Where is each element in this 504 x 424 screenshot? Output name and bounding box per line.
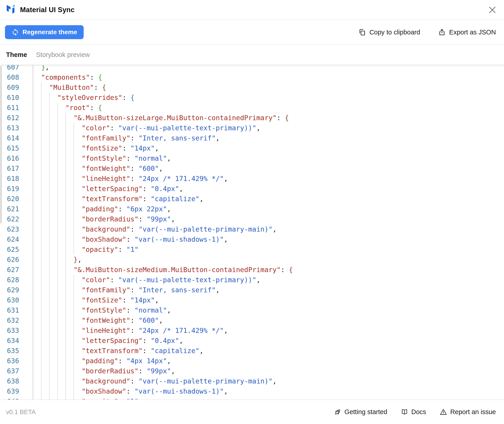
close-icon [488,6,496,14]
code-line-text: "MuiButton": { [33,82,504,93]
code-line: 636"padding": "4px 14px", [0,356,504,366]
indent-guides [33,234,82,244]
code-line-text: "textTransform": "capitalize", [33,194,504,204]
book-icon [401,408,408,416]
tab-theme[interactable]: Theme [6,51,27,58]
line-number: 616 [0,153,33,163]
code-line: 624"boxShadow": "var(--mui-shadows-1)", [0,234,504,244]
code-line-text: "lineHeight": "24px /* 171.429% */", [33,325,504,336]
line-number: 618 [0,174,33,184]
docs-link[interactable]: Docs [401,408,426,416]
code-line-text: "&.MuiButton-sizeMedium.MuiButton-contai… [33,265,504,275]
line-number: 635 [0,346,33,356]
code-line: 610"styleOverrides": { [0,93,504,103]
indent-guides [33,386,82,396]
mui-logo [6,5,16,15]
indent-guides [33,244,82,255]
indent-guides [33,214,82,224]
warning-icon [440,408,447,416]
toolbar: Regenerate theme Copy to clipboard Expor… [0,20,504,45]
indent-guides [33,336,82,346]
plugin-footer: v0.1 BETA Getting started Doc [0,399,504,424]
code-line-text: "opacity": "1" [33,244,504,255]
export-as-json-label: Export as JSON [449,29,496,36]
code-line: 639"boxShadow": "var(--mui-shadows-1)", [0,386,504,396]
code-line-text: "padding": "6px 22px", [33,204,504,214]
line-number: 639 [0,386,33,396]
indent-guides [33,113,74,123]
code-line-text: "fontSize": "14px", [33,295,504,305]
line-number: 633 [0,325,33,336]
code-line: 618"lineHeight": "24px /* 171.429% */", [0,174,504,184]
line-number: 623 [0,224,33,234]
footer-links: Getting started Docs Report an issue [334,408,496,416]
tab-storybook-preview[interactable]: Storybook preview [36,51,90,58]
code-line-text: "letterSpacing": "0.4px", [33,336,504,346]
code-line: 619"letterSpacing": "0.4px", [0,184,504,194]
code-line-text: "borderRadius": "99px", [33,366,504,376]
getting-started-link[interactable]: Getting started [334,408,387,416]
line-number: 617 [0,163,33,174]
version-badge: v0.1 BETA [6,408,36,416]
line-number: 637 [0,366,33,376]
regenerate-theme-button[interactable]: Regenerate theme [5,25,84,39]
indent-guides [33,325,82,336]
code-line: 631"fontStyle": "normal", [0,305,504,315]
indent-guides [33,204,82,214]
code-line-text: "fontFamily": "Inter, sans-serif", [33,133,504,143]
indent-guides [33,285,82,295]
indent-guides [33,93,57,103]
export-as-json-button[interactable]: Export as JSON [438,28,496,36]
code-line: 637"borderRadius": "99px", [0,366,504,376]
line-number: 630 [0,295,33,305]
indent-guides [33,376,82,386]
export-icon [438,28,446,36]
code-line-text: "background": "var(--mui-palette-primary… [33,224,504,234]
indent-guides [33,143,82,153]
code-line: 615"fontSize": "14px", [0,143,504,153]
indent-guides [33,275,82,285]
close-button[interactable] [487,5,497,15]
code-line: 633"lineHeight": "24px /* 171.429% */", [0,325,504,336]
line-number: 619 [0,184,33,194]
code-line: 628"color": "var(--mui-palette-text-prim… [0,275,504,285]
plugin-header: Material UI Sync [0,0,504,20]
code-line: 616"fontStyle": "normal", [0,153,504,163]
code-line-text: "components": { [33,72,504,82]
code-line-text: "fontSize": "14px", [33,143,504,153]
indent-guides [33,396,82,399]
indent-guides [33,356,82,366]
code-line-text: "fontStyle": "normal", [33,305,504,315]
indent-guides [33,366,82,376]
indent-guides [33,184,82,194]
code-line: 626}, [0,255,504,265]
report-issue-link[interactable]: Report an issue [440,408,496,416]
code-line: 621"padding": "6px 22px", [0,204,504,214]
indent-guides [33,72,41,82]
code-line: 635"textTransform": "capitalize", [0,346,504,356]
code-line-text: "root": { [33,103,504,113]
code-line: 640"opacity": "1" [0,396,504,399]
theme-code-editor[interactable]: 607},608"components": {609"MuiButton": {… [0,65,504,399]
vertical-scrollbar[interactable] [0,66,2,224]
line-number: 622 [0,214,33,224]
code-line-text: "opacity": "1" [33,396,504,399]
code-line-text: "styleOverrides": { [33,93,504,103]
indent-guides [33,123,82,133]
code-line: 638"background": "var(--mui-palette-prim… [0,376,504,386]
copy-to-clipboard-button[interactable]: Copy to clipboard [358,28,420,36]
indent-guides [33,305,82,315]
code-line: 614"fontFamily": "Inter, sans-serif", [0,133,504,143]
code-line: 630"fontSize": "14px", [0,295,504,305]
code-line-text: "fontFamily": "Inter, sans-serif", [33,285,504,295]
code-line: 608"components": { [0,72,504,82]
code-line-text: }, [33,255,504,265]
line-number: 613 [0,123,33,133]
rocket-icon [334,408,341,416]
line-number: 636 [0,356,33,366]
line-number: 607 [0,65,33,72]
code-line-text: "boxShadow": "var(--mui-shadows-1)", [33,386,504,396]
indent-guides [33,295,82,305]
indent-guides [33,82,49,93]
code-line-text: "&.MuiButton-sizeLarge.MuiButton-contain… [33,113,504,123]
